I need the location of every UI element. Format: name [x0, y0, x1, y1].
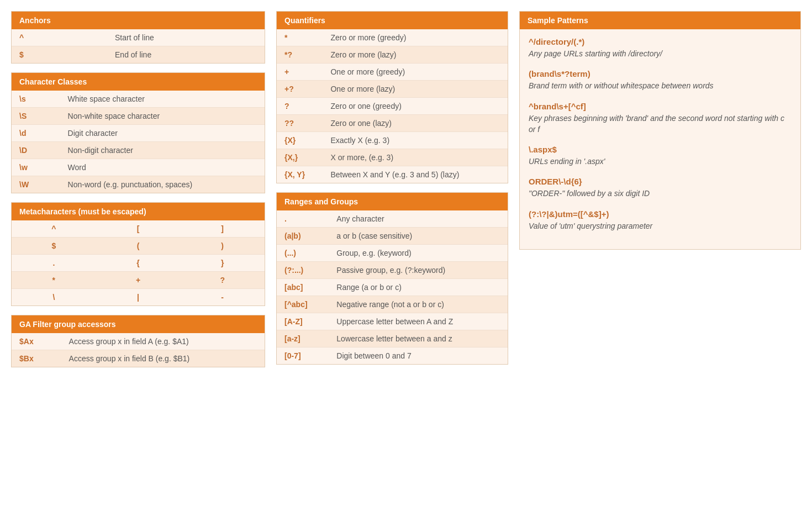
ga-filter-body: $AxAccess group x in field A (e.g. $A1)$…: [12, 333, 265, 367]
sample-pattern-code: (brand\s*?term): [529, 69, 792, 78]
desc-cell: Non-word (e.g. punctuation, spaces): [60, 176, 265, 193]
metacharacters-card: Metacharacters (must be escaped) ^[]$().…: [11, 202, 265, 306]
meta-col1: *: [12, 272, 96, 289]
symbol-cell: ?: [277, 98, 323, 115]
table-row: [0-7]Digit between 0 and 7: [277, 347, 508, 365]
table-row: (...)Group, e.g. (keyword): [277, 245, 508, 262]
desc-cell: a or b (case sensitive): [329, 228, 508, 245]
desc-cell: Range (a or b or c): [329, 279, 508, 296]
meta-col1: \: [12, 289, 96, 306]
table-row: \dDigit character: [12, 125, 265, 142]
symbol-cell: *?: [277, 46, 323, 64]
sample-pattern-code: \.aspx$: [529, 145, 792, 154]
sample-pattern-item: \.aspx$URLs ending in '.aspx': [529, 145, 792, 167]
symbol-cell: [a-z]: [277, 330, 329, 347]
symbol-cell: +: [277, 64, 323, 81]
sample-pattern-item: (brand\s*?term)Brand term with or withou…: [529, 69, 792, 91]
table-row: \DNon-digit character: [12, 142, 265, 159]
table-row: \wWord: [12, 159, 265, 176]
ga-filter-header: GA Filter group accessors: [12, 315, 265, 333]
desc-cell: Zero or more (lazy): [323, 46, 508, 64]
table-row: .Any character: [277, 210, 508, 228]
meta-col2: {: [96, 255, 181, 272]
sample-pattern-desc: Brand term with or without whitespace be…: [529, 81, 714, 90]
symbol-cell: (a|b): [277, 228, 329, 245]
table-row: {X,}X or more, (e.g. 3): [277, 149, 508, 166]
table-row: ??Zero or one (lazy): [277, 115, 508, 132]
table-row: (a|b)a or b (case sensitive): [277, 228, 508, 245]
meta-col1: $: [12, 238, 96, 255]
quantifiers-table: *Zero or more (greedy)*?Zero or more (la…: [277, 29, 508, 183]
table-row: (?:...)Passive group, e.g. (?:keyword): [277, 262, 508, 279]
desc-cell: Between X and Y (e.g. 3 and 5) (lazy): [323, 166, 508, 183]
desc-cell: Access group x in field A (e.g. $A1): [61, 333, 265, 350]
quantifiers-card: Quantifiers *Zero or more (greedy)*?Zero…: [276, 11, 508, 183]
desc-cell: Zero or one (lazy): [323, 115, 508, 132]
sample-pattern-desc: Value of 'utm' querystring parameter: [529, 222, 652, 230]
sample-pattern-item: (?:\?|&)utm=([^&$]+)Value of 'utm' query…: [529, 209, 792, 231]
ranges-groups-body: .Any character(a|b)a or b (case sensitiv…: [277, 210, 508, 364]
meta-col3: }: [180, 255, 265, 272]
desc-cell: Start of line: [107, 29, 265, 46]
table-row: [^abc]Negative range (not a or b or c): [277, 296, 508, 313]
table-row: *Zero or more (greedy): [277, 29, 508, 46]
desc-cell: X or more, (e.g. 3): [323, 149, 508, 166]
meta-col3: -: [180, 289, 265, 306]
desc-cell: Passive group, e.g. (?:keyword): [329, 262, 508, 279]
column-1: Anchors ^Start of line$End of line Chara…: [11, 11, 265, 367]
symbol-cell: $: [12, 46, 107, 64]
table-row: +?One or more (lazy): [277, 81, 508, 98]
sample-patterns-header: Sample Patterns: [520, 12, 800, 29]
desc-cell: Word: [60, 159, 265, 176]
ranges-groups-header: Ranges and Groups: [277, 193, 508, 210]
symbol-cell: $Bx: [12, 350, 61, 367]
symbol-cell: ??: [277, 115, 323, 132]
table-row: $BxAccess group x in field B (e.g. $B1): [12, 350, 265, 367]
symbol-cell: \W: [12, 176, 60, 193]
desc-cell: Lowercase letter between a and z: [329, 330, 508, 347]
anchors-header: Anchors: [12, 12, 265, 29]
meta-col2: (: [96, 238, 181, 255]
desc-cell: Non-digit character: [60, 142, 265, 159]
symbol-cell: *: [277, 29, 323, 46]
symbol-cell: [0-7]: [277, 347, 329, 365]
desc-cell: Digit between 0 and 7: [329, 347, 508, 365]
sample-patterns-body: ^/directory/(.*)Any page URLs starting w…: [520, 29, 800, 249]
sample-pattern-item: ^brand\s+[^cf]Key phrases beginning with…: [529, 102, 792, 135]
desc-cell: One or more (lazy): [323, 81, 508, 98]
table-row: +One or more (greedy): [277, 64, 508, 81]
symbol-cell: $Ax: [12, 333, 61, 350]
ranges-groups-table: .Any character(a|b)a or b (case sensitiv…: [277, 210, 508, 364]
ranges-groups-card: Ranges and Groups .Any character(a|b)a o…: [276, 192, 508, 365]
table-row: $AxAccess group x in field A (e.g. $A1): [12, 333, 265, 350]
desc-cell: Zero or more (greedy): [323, 29, 508, 46]
symbol-cell: [^abc]: [277, 296, 329, 313]
symbol-cell: .: [277, 210, 329, 228]
anchors-body: ^Start of line$End of line: [12, 29, 265, 63]
table-row: *+?: [12, 272, 265, 289]
meta-col2: [: [96, 220, 181, 238]
anchors-card: Anchors ^Start of line$End of line: [11, 11, 265, 64]
desc-cell: Zero or one (greedy): [323, 98, 508, 115]
character-classes-header: Character Classes: [12, 73, 265, 91]
sample-pattern-desc: URLs ending in '.aspx': [529, 157, 605, 166]
table-row: $(): [12, 238, 265, 255]
quantifiers-header: Quantifiers: [277, 12, 508, 29]
meta-col1: .: [12, 255, 96, 272]
character-classes-card: Character Classes \sWhite space characte…: [11, 72, 265, 193]
table-row: [A-Z]Uppercase letter between A and Z: [277, 313, 508, 330]
symbol-cell: {X,}: [277, 149, 323, 166]
meta-col1: ^: [12, 220, 96, 238]
meta-col3: ): [180, 238, 265, 255]
table-row: \|-: [12, 289, 265, 306]
table-row: ?Zero or one (greedy): [277, 98, 508, 115]
symbol-cell: \D: [12, 142, 60, 159]
symbol-cell: \d: [12, 125, 60, 142]
ga-filter-card: GA Filter group accessors $AxAccess grou…: [11, 315, 265, 367]
symbol-cell: {X}: [277, 132, 323, 149]
table-row: \SNon-white space character: [12, 108, 265, 125]
table-row: \WNon-word (e.g. punctuation, spaces): [12, 176, 265, 193]
sample-pattern-desc: Key phrases beginning with 'brand' and t…: [529, 114, 784, 134]
symbol-cell: [A-Z]: [277, 313, 329, 330]
metacharacters-table: ^[]$().{}*+?\|-: [12, 220, 265, 305]
